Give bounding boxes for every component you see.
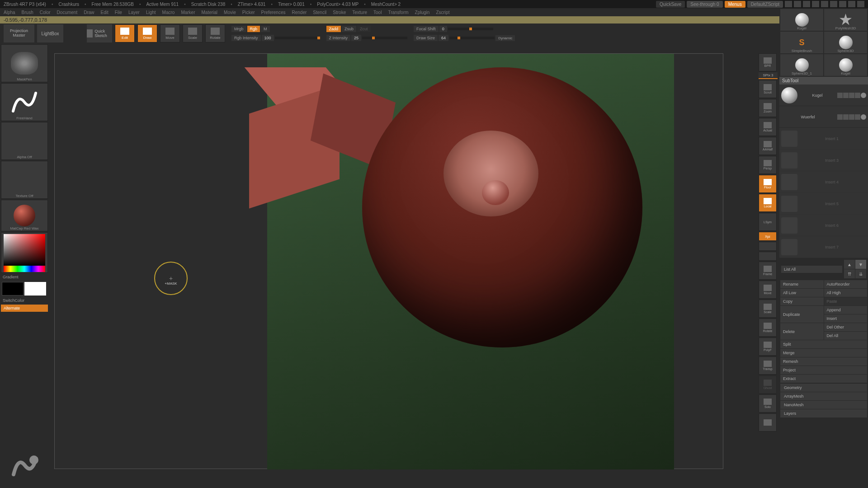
- load-icon[interactable]: [830, 1, 837, 7]
- layout-icon[interactable]: [785, 1, 792, 7]
- color-picker[interactable]: [1, 232, 48, 273]
- spix-slider[interactable]: SPix 3: [759, 72, 778, 79]
- menu-stencil[interactable]: Stencil: [313, 10, 326, 15]
- scale-view-button[interactable]: Scale: [759, 300, 777, 318]
- tool-item[interactable]: Kugel: [824, 54, 867, 76]
- subtool-row[interactable]: Insert 6: [779, 215, 868, 236]
- z-intensity-value[interactable]: 25: [351, 35, 361, 41]
- menu-light[interactable]: Light: [146, 10, 156, 15]
- saturation-value-area[interactable]: [4, 234, 45, 266]
- zoom-button[interactable]: Zoom: [759, 99, 777, 117]
- section-layers[interactable]: Layers: [780, 409, 867, 418]
- material-selector[interactable]: MatCap Red Wax: [1, 200, 48, 231]
- move-top-button[interactable]: ⇈: [844, 269, 855, 278]
- save-icon[interactable]: [821, 1, 828, 7]
- gradient-label[interactable]: Gradient: [1, 274, 48, 280]
- draw-size-slider[interactable]: [449, 37, 495, 39]
- merge-button[interactable]: Merge: [780, 349, 867, 357]
- paste-button[interactable]: Paste: [824, 297, 868, 305]
- scroll-button[interactable]: Scroll: [759, 80, 777, 98]
- move-down-button[interactable]: ▼: [855, 260, 866, 269]
- insert-button[interactable]: Insert: [824, 314, 868, 323]
- subtool-row[interactable]: Kugel: [779, 84, 868, 106]
- switch-color-button[interactable]: SwitchColor: [1, 297, 48, 304]
- ghost-button[interactable]: Ghost: [759, 375, 777, 394]
- move-bottom-button[interactable]: ⇊: [855, 269, 866, 278]
- menu-tool[interactable]: Tool: [373, 10, 382, 15]
- tool-item[interactable]: Sphere3D: [824, 32, 867, 53]
- secondary-color-swatch[interactable]: [2, 282, 24, 296]
- bpr-button[interactable]: BPR: [759, 53, 777, 71]
- persp-button[interactable]: Persp: [759, 156, 777, 174]
- m-button[interactable]: M: [261, 26, 270, 32]
- rgb-intensity-slider[interactable]: [275, 37, 320, 39]
- lsym-button[interactable]: LSym: [759, 213, 777, 231]
- menu-edit[interactable]: Edit: [101, 10, 108, 15]
- seethrough-slider[interactable]: See-through 0: [687, 1, 722, 8]
- viewport[interactable]: + +MASK: [54, 53, 723, 469]
- z-intensity-slider[interactable]: [362, 37, 407, 39]
- axis-button[interactable]: [759, 242, 777, 251]
- solo-button[interactable]: Solo: [759, 394, 777, 413]
- menu-color[interactable]: Color: [40, 10, 51, 15]
- zadd-button[interactable]: Zadd: [326, 26, 341, 32]
- subtool-row[interactable]: Insert 3: [779, 150, 868, 171]
- tool-item[interactable]: Kugel: [780, 9, 823, 31]
- rotate-view-button[interactable]: Rotate: [759, 319, 777, 337]
- rotate-mode-button[interactable]: Rotate: [205, 24, 225, 42]
- split-button[interactable]: Split: [780, 340, 867, 348]
- rgb-button[interactable]: Rgb: [247, 26, 260, 32]
- all-high-button[interactable]: All High: [824, 289, 868, 297]
- copy-button[interactable]: Copy: [780, 297, 824, 305]
- draw-size-value[interactable]: 64: [439, 35, 448, 41]
- brush-selector[interactable]: MaskPen: [1, 44, 48, 82]
- section-arraymesh[interactable]: ArrayMesh: [780, 392, 867, 400]
- extra-button[interactable]: [759, 413, 777, 432]
- move-view-button[interactable]: Move: [759, 281, 777, 299]
- default-zscript-button[interactable]: DefaultZScript: [747, 1, 783, 8]
- section-geometry[interactable]: Geometry: [780, 384, 867, 392]
- actual-button[interactable]: Actual: [759, 118, 777, 136]
- minimize-icon[interactable]: [839, 1, 846, 7]
- aahalf-button[interactable]: AAHalf: [759, 137, 777, 155]
- zcut-button[interactable]: Zcut: [357, 26, 371, 32]
- subtool-row[interactable]: Insert 4: [779, 171, 868, 193]
- menu-stroke[interactable]: Stroke: [333, 10, 346, 15]
- zsub-button[interactable]: Zsub: [342, 26, 356, 32]
- menu-alpha[interactable]: Alpha: [4, 10, 15, 15]
- quick-sketch-button[interactable]: Quick Sketch: [87, 24, 112, 42]
- menu-zplugin[interactable]: Zplugin: [415, 10, 430, 15]
- menu-document[interactable]: Document: [57, 10, 78, 15]
- menus-button[interactable]: Menus: [725, 1, 745, 8]
- remesh-button[interactable]: Remesh: [780, 357, 867, 366]
- alternate-button[interactable]: Alternate: [1, 305, 48, 312]
- menu-preferences[interactable]: Preferences: [261, 10, 286, 15]
- menu-texture[interactable]: Texture: [352, 10, 367, 15]
- del-all-button[interactable]: Del All: [824, 332, 868, 340]
- menu-transform[interactable]: Transform: [388, 10, 408, 15]
- project-button[interactable]: Project: [780, 366, 867, 374]
- tool-item[interactable]: PolyMesh3D: [824, 9, 867, 31]
- texture-selector[interactable]: Texture Off: [1, 161, 48, 199]
- menu-material[interactable]: Material: [202, 10, 218, 15]
- xyz-button[interactable]: Xyz: [759, 232, 777, 241]
- home-icon[interactable]: [812, 1, 819, 7]
- mrgb-button[interactable]: Mrgb: [231, 26, 246, 32]
- polyf-button[interactable]: PolyF: [759, 338, 777, 356]
- lightbox-button[interactable]: LightBox: [37, 24, 63, 42]
- menu-picker[interactable]: Picker: [242, 10, 255, 15]
- subtool-header[interactable]: SubTool: [779, 77, 868, 84]
- subtool-row[interactable]: Insert 5: [779, 193, 868, 215]
- subtool-row[interactable]: Insert 1: [779, 128, 868, 150]
- menu-file[interactable]: File: [115, 10, 122, 15]
- subtool-row[interactable]: Insert 7: [779, 236, 868, 258]
- edit-mode-button[interactable]: Edit: [115, 24, 135, 42]
- menu-render[interactable]: Render: [292, 10, 307, 15]
- close-icon[interactable]: [857, 1, 864, 7]
- rename-button[interactable]: Rename: [780, 280, 824, 288]
- section-nanomesh[interactable]: NanoMesh: [780, 401, 867, 409]
- all-low-button[interactable]: All Low: [780, 289, 824, 297]
- del-other-button[interactable]: Del Other: [824, 323, 868, 331]
- transp-button[interactable]: Transp: [759, 357, 777, 375]
- move-up-button[interactable]: ▲: [844, 260, 855, 269]
